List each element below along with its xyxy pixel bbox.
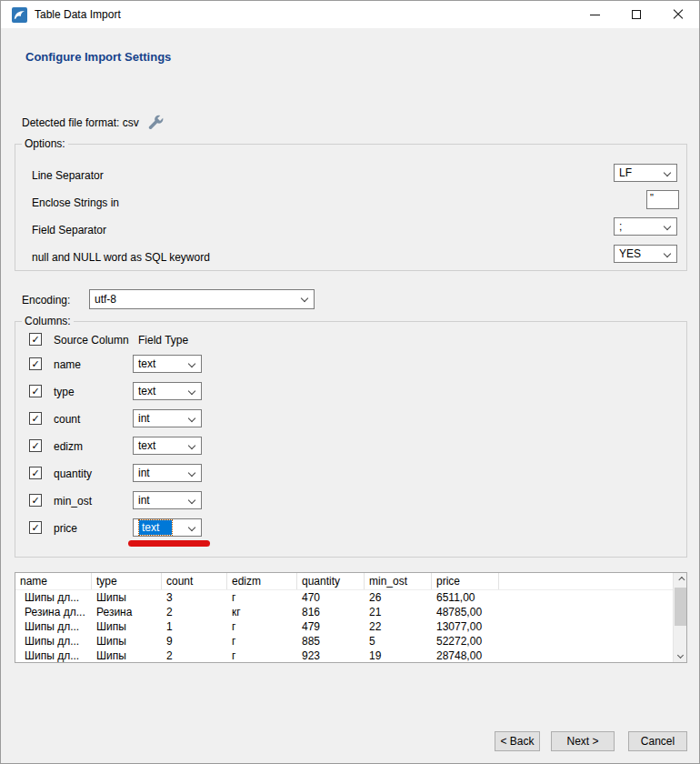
vertical-scrollbar[interactable] — [673, 573, 686, 662]
minimize-button[interactable] — [574, 1, 615, 28]
cell: 885 — [297, 635, 365, 648]
close-button[interactable] — [657, 1, 699, 28]
detected-format-row: Detected file format: csv — [22, 115, 164, 130]
field-type-select-type[interactable]: text — [133, 382, 202, 400]
field-type-select-quantity[interactable]: int — [133, 464, 202, 482]
scrollbar-thumb[interactable] — [675, 588, 686, 626]
field-separator-select[interactable]: ; — [614, 217, 677, 236]
column-checkbox-edizm[interactable]: ✓ — [29, 439, 42, 452]
preview-header-count[interactable]: count — [162, 573, 227, 589]
cell: Шипы дл... — [15, 649, 92, 662]
null-keyword-select[interactable]: YES — [614, 245, 677, 263]
checkmark-icon: ✓ — [31, 468, 39, 478]
cell: Шипы дл... — [15, 591, 92, 604]
maximize-icon — [632, 10, 641, 19]
field-type-select-name[interactable]: text — [133, 355, 202, 373]
cell: 9 — [162, 635, 227, 648]
chevron-down-icon — [188, 442, 195, 449]
page-title: Configure Import Settings — [25, 50, 171, 64]
checkmark-icon: ✓ — [31, 335, 39, 345]
red-annotation-underline — [128, 540, 210, 547]
back-button[interactable]: < Back — [495, 731, 540, 751]
cell: 3 — [162, 591, 227, 604]
preview-header-edizm[interactable]: edizm — [227, 573, 297, 589]
chevron-down-icon — [188, 469, 195, 477]
encoding-select[interactable]: utf-8 — [89, 289, 315, 309]
null-keyword-value: YES — [619, 247, 641, 260]
field-type-value-edizm: text — [138, 439, 155, 452]
preview-header-quantity[interactable]: quantity — [297, 573, 365, 589]
close-icon — [673, 9, 684, 20]
window-controls — [574, 1, 699, 28]
cell: Шипы дл... — [15, 620, 92, 633]
scroll-up-icon[interactable] — [674, 573, 686, 587]
field-type-select-edizm[interactable]: text — [133, 437, 202, 455]
wrench-icon[interactable] — [148, 115, 164, 130]
select-all-checkbox[interactable]: ✓ — [29, 333, 42, 346]
column-label-quantity: quantity — [54, 467, 92, 480]
column-checkbox-name[interactable]: ✓ — [29, 357, 42, 370]
chevron-down-icon — [188, 360, 195, 367]
preview-header-filler — [499, 573, 672, 589]
cell: 6511,00 — [432, 591, 499, 604]
column-checkbox-count[interactable]: ✓ — [29, 412, 42, 425]
cancel-button[interactable]: Cancel — [628, 731, 687, 751]
maximize-button[interactable] — [615, 1, 657, 28]
cell: 19 — [365, 649, 432, 662]
table-row[interactable]: Шипы дл... Шипы 9 г 885 5 52272,00 — [15, 634, 673, 648]
field-type-select-price[interactable]: text — [133, 518, 202, 537]
checkmark-icon: ✓ — [31, 496, 39, 506]
field-type-value-quantity: int — [138, 467, 150, 479]
enclose-strings-input[interactable]: " — [646, 190, 679, 209]
column-checkbox-min-ost[interactable]: ✓ — [29, 494, 42, 507]
preview-header-min-ost[interactable]: min_ost — [365, 573, 432, 589]
preview-header-type[interactable]: type — [92, 573, 162, 589]
checkmark-icon: ✓ — [31, 387, 39, 397]
preview-header-name[interactable]: name — [15, 573, 92, 589]
cell: 26 — [365, 591, 432, 604]
cell: г — [227, 591, 297, 604]
detected-format-text: Detected file format: csv — [22, 116, 139, 129]
scroll-down-icon[interactable] — [674, 648, 686, 662]
cell: Шипы — [92, 649, 162, 662]
preview-header-row: name type count edizm quantity min_ost p… — [15, 573, 673, 590]
field-type-select-count[interactable]: int — [133, 409, 202, 427]
title-bar: Table Data Import — [1, 1, 699, 28]
cell: 816 — [297, 606, 365, 618]
preview-header-price[interactable]: price — [432, 573, 499, 589]
null-keyword-label: null and NULL word as SQL keyword — [32, 251, 210, 264]
encoding-label: Encoding: — [22, 294, 70, 307]
table-row[interactable]: Резина дл... Резина 2 кг 816 21 48785,00 — [15, 605, 673, 619]
next-button[interactable]: Next > — [551, 731, 615, 751]
checkmark-icon: ✓ — [31, 441, 39, 451]
chevron-down-icon — [188, 415, 195, 422]
table-row[interactable]: Шипы дл... Шипы 2 г 923 19 28748,00 — [15, 648, 673, 662]
cell: 470 — [297, 591, 365, 604]
cell: г — [227, 620, 297, 633]
column-label-type: type — [54, 386, 75, 398]
column-label-count: count — [54, 413, 80, 426]
field-type-value-count: int — [138, 412, 150, 425]
cell: 13077,00 — [432, 620, 499, 633]
cell: г — [227, 635, 297, 648]
field-separator-value: ; — [619, 220, 622, 233]
table-row[interactable]: Шипы дл... Шипы 3 г 470 26 6511,00 — [15, 590, 673, 605]
cell: Шипы — [92, 620, 162, 633]
cell: Шипы дл... — [15, 635, 92, 648]
field-type-select-min-ost[interactable]: int — [133, 491, 202, 509]
cell: Резина — [92, 606, 162, 618]
field-type-value-price: text — [139, 520, 172, 535]
column-label-name: name — [54, 358, 81, 371]
checkmark-icon: ✓ — [31, 523, 39, 533]
checkmark-icon: ✓ — [31, 414, 39, 424]
cell: 1 — [162, 620, 227, 633]
line-separator-select[interactable]: LF — [614, 164, 677, 182]
chevron-down-icon — [664, 223, 671, 230]
cell: 48785,00 — [432, 606, 499, 618]
column-checkbox-type[interactable]: ✓ — [29, 385, 42, 397]
table-row[interactable]: Шипы дл... Шипы 1 г 479 22 13077,00 — [15, 619, 673, 634]
column-checkbox-price[interactable]: ✓ — [29, 521, 42, 534]
column-checkbox-quantity[interactable]: ✓ — [29, 467, 42, 479]
cell: 52272,00 — [432, 635, 499, 648]
line-separator-value: LF — [619, 166, 632, 179]
